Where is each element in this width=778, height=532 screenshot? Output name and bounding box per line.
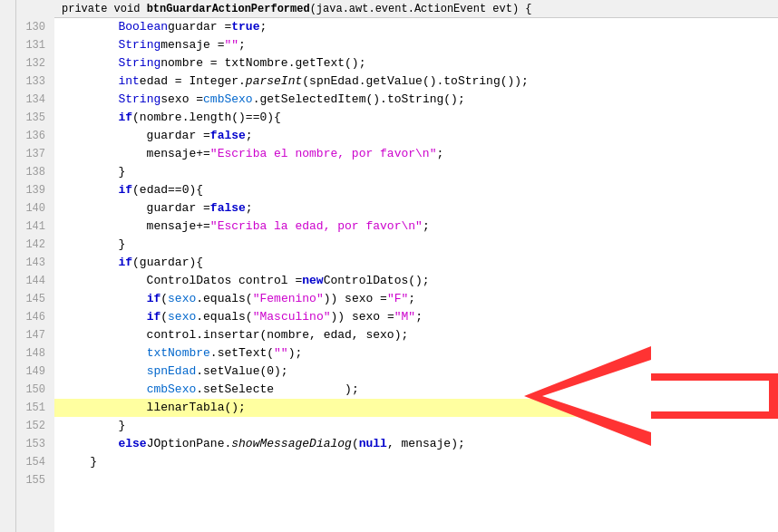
line-num-144: 144 [16, 272, 49, 290]
gutter-icon-140 [0, 199, 16, 218]
line-150[interactable]: cmbSexo.setSelecte ); [54, 381, 778, 399]
line-num-151: 151 [16, 399, 49, 417]
line-num-153: 153 [16, 435, 49, 453]
gutter-icon-header [0, 0, 16, 18]
line-141[interactable]: mensaje+="Escriba la edad, por favor\n"; [54, 218, 778, 236]
line-142[interactable]: } [54, 236, 778, 254]
line-133[interactable]: int edad = Integer.parseInt(spnEdad.getV… [54, 73, 778, 91]
gutter-icon-146 [0, 308, 16, 326]
line-149[interactable]: spnEdad.setValue(0); [54, 363, 778, 381]
line-147[interactable]: control.insertar(nombre, edad, sexo); [54, 326, 778, 344]
gutter-icon-132 [0, 54, 16, 73]
gutter-icon-139 [0, 181, 16, 199]
line-num-152: 152 [16, 417, 49, 435]
line-num-135: 135 [16, 109, 49, 127]
line-153[interactable]: else JOptionPane.showMessageDialog(null,… [54, 435, 778, 453]
gutter-icon-154 [0, 453, 16, 471]
line-num-131: 131 [16, 36, 49, 54]
line-num-142: 142 [16, 236, 49, 254]
gutter-icon-133 [0, 73, 16, 91]
gutter-icon-153 [0, 435, 16, 453]
line-num-header [16, 0, 49, 18]
line-138[interactable]: } [54, 163, 778, 181]
gutter-icon-148 [0, 344, 16, 363]
line-num-137: 137 [16, 145, 49, 163]
line-140[interactable]: guardar = false; [54, 199, 778, 218]
line-num-150: 150 [16, 381, 49, 399]
line-145[interactable]: if(sexo.equals("Femenino")) sexo = "F"; [54, 290, 778, 308]
line-num-139: 139 [16, 181, 49, 199]
line-num-155: 155 [16, 471, 49, 489]
gutter-icon-155 [0, 471, 16, 489]
gutter-icon-141 [0, 218, 16, 236]
line-num-143: 143 [16, 254, 49, 272]
line-152[interactable]: } [54, 417, 778, 435]
gutter-icon-147 [0, 326, 16, 344]
line-148[interactable]: txtNombre.setText(""); [54, 344, 778, 363]
gutter-icon-149 [0, 363, 16, 381]
line-131[interactable]: String mensaje = ""; [54, 36, 778, 54]
line-num-148: 148 [16, 344, 49, 363]
line-155 [54, 471, 778, 489]
gutter-icon-138 [0, 163, 16, 181]
line-136[interactable]: guardar = false; [54, 127, 778, 145]
line-146[interactable]: if(sexo.equals("Masculino")) sexo = "M"; [54, 308, 778, 326]
gutter-icon-136 [0, 127, 16, 145]
line-143[interactable]: if(guardar){ [54, 254, 778, 272]
line-137[interactable]: mensaje+="Escriba el nombre, por favor\n… [54, 145, 778, 163]
gutter-icon-152 [0, 417, 16, 435]
line-num-134: 134 [16, 91, 49, 109]
code-container: 130 131 132 133 134 135 136 137 138 139 … [0, 0, 778, 532]
line-numbers: 130 131 132 133 134 135 136 137 138 139 … [16, 0, 54, 532]
gutter-icon-134 [0, 91, 16, 109]
gutter-icon-145 [0, 290, 16, 308]
line-num-141: 141 [16, 218, 49, 236]
gutter-icon-137 [0, 145, 16, 163]
code-lines: Boolean guardar = true; String mensaje =… [54, 18, 778, 489]
method-header: private void btnGuardarActionPerformed(j… [54, 0, 778, 18]
line-num-138: 138 [16, 163, 49, 181]
gutter-icon-150 [0, 381, 16, 399]
gutter-icon-143 [0, 254, 16, 272]
line-130[interactable]: Boolean guardar = true; [54, 18, 778, 36]
line-num-133: 133 [16, 73, 49, 91]
line-num-146: 146 [16, 308, 49, 326]
line-139[interactable]: if(edad==0){ [54, 181, 778, 199]
line-154[interactable]: } [54, 453, 778, 471]
code-area[interactable]: private void btnGuardarActionPerformed(j… [54, 0, 778, 532]
line-num-136: 136 [16, 127, 49, 145]
gutter-icon-151 [0, 399, 16, 417]
gutter-icon-142 [0, 236, 16, 254]
gutter-icons [0, 0, 16, 532]
line-132[interactable]: String nombre = txtNombre.getText(); [54, 54, 778, 73]
line-num-154: 154 [16, 453, 49, 471]
gutter-icon-135 [0, 109, 16, 127]
line-134[interactable]: String sexo = cmbSexo.getSelectedItem().… [54, 91, 778, 109]
gutter-icon-144 [0, 272, 16, 290]
gutter-icon-130 [0, 18, 16, 36]
line-num-147: 147 [16, 326, 49, 344]
line-num-140: 140 [16, 199, 49, 218]
line-num-145: 145 [16, 290, 49, 308]
line-num-132: 132 [16, 54, 49, 73]
line-151[interactable]: llenarTabla(); [54, 399, 778, 417]
line-num-149: 149 [16, 363, 49, 381]
line-num-130: 130 [16, 18, 49, 36]
line-135[interactable]: if(nombre.length()==0){ [54, 109, 778, 127]
line-144[interactable]: ControlDatos control = new ControlDatos(… [54, 272, 778, 290]
gutter-icon-131 [0, 36, 16, 54]
